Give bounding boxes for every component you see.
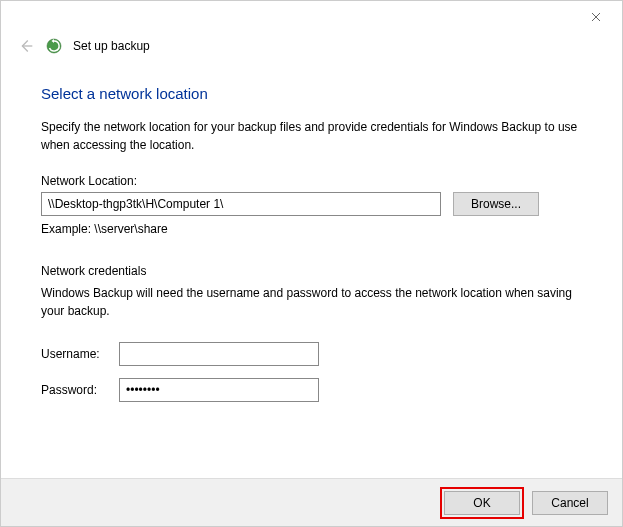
header-row: Set up backup	[1, 31, 622, 65]
password-input[interactable]	[119, 378, 319, 402]
close-button[interactable]	[576, 5, 616, 29]
dialog-title: Set up backup	[73, 39, 150, 53]
ok-button[interactable]: OK	[444, 491, 520, 515]
browse-button[interactable]: Browse...	[453, 192, 539, 216]
back-button[interactable]	[17, 37, 35, 55]
network-location-input[interactable]	[41, 192, 441, 216]
backup-icon	[45, 37, 63, 55]
cancel-button[interactable]: Cancel	[532, 491, 608, 515]
username-input[interactable]	[119, 342, 319, 366]
credentials-section-label: Network credentials	[41, 264, 582, 278]
username-label: Username:	[41, 347, 119, 361]
network-location-label: Network Location:	[41, 174, 582, 188]
credentials-description: Windows Backup will need the username an…	[41, 284, 582, 320]
password-label: Password:	[41, 383, 119, 397]
page-description: Specify the network location for your ba…	[41, 118, 582, 154]
network-location-example: Example: \\server\share	[41, 222, 582, 236]
back-arrow-icon	[17, 37, 35, 55]
close-icon	[591, 12, 601, 22]
content-area: Select a network location Specify the ne…	[1, 65, 622, 402]
page-heading: Select a network location	[41, 85, 582, 102]
ok-highlight: OK	[440, 487, 524, 519]
dialog-footer: OK Cancel	[1, 478, 622, 526]
title-bar	[1, 1, 622, 31]
